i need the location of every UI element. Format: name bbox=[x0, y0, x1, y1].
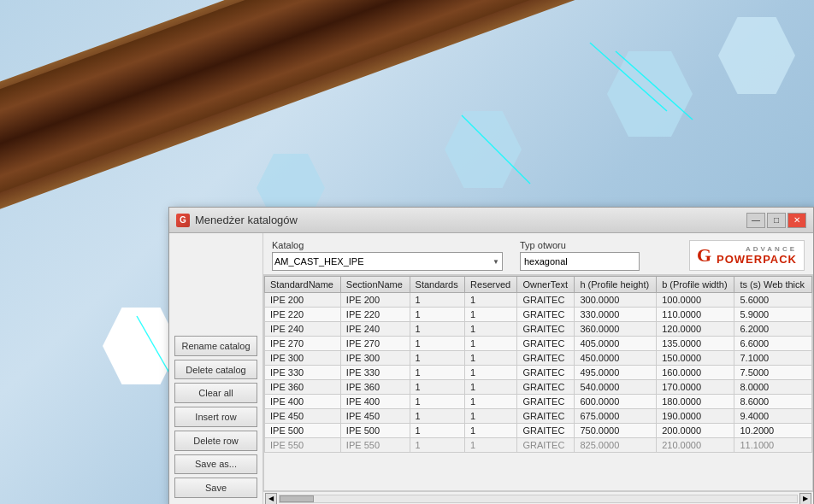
dialog-content: Rename catalog Delete catalog Clear all … bbox=[169, 233, 813, 504]
table-cell: GRAITEC bbox=[517, 308, 575, 322]
table-row[interactable]: IPE 360IPE 36011GRAITEC540.0000170.00008… bbox=[265, 380, 812, 395]
table-cell: IPE 200 bbox=[340, 293, 410, 308]
beam-web bbox=[0, 0, 689, 210]
hole-type-label: Typ otworu bbox=[520, 240, 640, 250]
rename-catalog-button[interactable]: Rename catalog bbox=[174, 336, 257, 356]
scroll-thumb[interactable] bbox=[280, 495, 314, 502]
clear-all-button[interactable]: Clear all bbox=[174, 383, 257, 403]
table-cell: IPE 500 bbox=[340, 424, 410, 438]
table-row[interactable]: IPE 400IPE 40011GRAITEC600.0000180.00008… bbox=[265, 395, 812, 409]
minimize-button[interactable]: — bbox=[746, 213, 765, 228]
table-cell: IPE 330 bbox=[265, 366, 341, 380]
hex-cutout-4 bbox=[607, 51, 693, 137]
table-cell: GRAITEC bbox=[517, 395, 575, 409]
table-cell: 8.6000 bbox=[734, 395, 812, 409]
table-cell: 10.2000 bbox=[734, 424, 812, 438]
g-logo: G bbox=[697, 244, 711, 267]
table-cell: GRAITEC bbox=[517, 293, 575, 308]
table-cell: IPE 400 bbox=[265, 395, 341, 409]
header-row: StandardName SectionName Standards Reser… bbox=[265, 277, 812, 293]
scroll-right-arrow[interactable]: ▶ bbox=[799, 493, 811, 505]
table-cell: 5.6000 bbox=[734, 293, 812, 308]
col-standards: Standards bbox=[410, 277, 465, 293]
table-cell: 8.0000 bbox=[734, 380, 812, 395]
table-cell: 750.0000 bbox=[575, 424, 657, 438]
hole-type-group: Typ otworu bbox=[520, 240, 640, 271]
save-as-button[interactable]: Save as... bbox=[174, 454, 257, 475]
table-row[interactable]: IPE 550IPE 55011GRAITEC825.0000210.00001… bbox=[265, 438, 812, 453]
table-body: IPE 200IPE 20011GRAITEC300.0000100.00005… bbox=[265, 293, 812, 453]
logo-area: G ADVANCE POWERPACK bbox=[689, 240, 805, 271]
col-web-thick: ts (s) Web thick bbox=[734, 277, 812, 293]
table-cell: 1 bbox=[410, 366, 465, 380]
catalog-select[interactable]: AM_CAST_HEX_IPE bbox=[272, 252, 503, 271]
table-row[interactable]: IPE 240IPE 24011GRAITEC360.0000120.00006… bbox=[265, 322, 812, 337]
table-row[interactable]: IPE 220IPE 22011GRAITEC330.0000110.00005… bbox=[265, 308, 812, 322]
table-cell: 210.0000 bbox=[657, 438, 734, 453]
left-panel: Rename catalog Delete catalog Clear all … bbox=[169, 233, 263, 504]
table-cell: GRAITEC bbox=[517, 337, 575, 351]
table-cell: 1 bbox=[465, 395, 517, 409]
scroll-left-arrow[interactable]: ◀ bbox=[265, 493, 277, 505]
form-row: Katalog AM_CAST_HEX_IPE Typ otworu bbox=[272, 240, 805, 271]
table-cell: IPE 270 bbox=[265, 337, 341, 351]
table-row[interactable]: IPE 450IPE 45011GRAITEC675.0000190.00009… bbox=[265, 409, 812, 424]
table-cell: 180.0000 bbox=[657, 395, 734, 409]
table-cell: 1 bbox=[465, 351, 517, 366]
col-section-name: SectionName bbox=[340, 277, 410, 293]
table-row[interactable]: IPE 330IPE 33011GRAITEC495.0000160.00007… bbox=[265, 366, 812, 380]
table-cell: 450.0000 bbox=[575, 351, 657, 366]
catalog-label: Katalog bbox=[272, 240, 503, 250]
table-cell: 1 bbox=[465, 438, 517, 453]
table-cell: 11.1000 bbox=[734, 438, 812, 453]
table-cell: 120.0000 bbox=[657, 322, 734, 337]
table-cell: 1 bbox=[465, 380, 517, 395]
scroll-track[interactable] bbox=[279, 495, 798, 503]
save-button[interactable]: Save bbox=[174, 478, 257, 498]
hex-cutout-5 bbox=[718, 17, 795, 94]
table-cell: 190.0000 bbox=[657, 409, 734, 424]
table-cell: 600.0000 bbox=[575, 395, 657, 409]
table-cell: IPE 270 bbox=[340, 337, 410, 351]
table-cell: 1 bbox=[410, 438, 465, 453]
data-table: StandardName SectionName Standards Reser… bbox=[264, 276, 812, 453]
table-cell: 405.0000 bbox=[575, 337, 657, 351]
table-cell: 5.9000 bbox=[734, 308, 812, 322]
form-area: Katalog AM_CAST_HEX_IPE Typ otworu bbox=[263, 233, 813, 275]
table-cell: 330.0000 bbox=[575, 308, 657, 322]
table-cell: IPE 550 bbox=[340, 438, 410, 453]
table-cell: 135.0000 bbox=[657, 337, 734, 351]
table-cell: IPE 240 bbox=[340, 322, 410, 337]
delete-row-button[interactable]: Delete row bbox=[174, 431, 257, 451]
table-cell: 1 bbox=[410, 424, 465, 438]
close-button[interactable]: ✕ bbox=[787, 213, 806, 228]
hole-type-input[interactable] bbox=[520, 252, 640, 271]
table-cell: IPE 220 bbox=[340, 308, 410, 322]
table-cell: 1 bbox=[410, 395, 465, 409]
table-cell: IPE 450 bbox=[265, 409, 341, 424]
title-bar: G Menedżer katalogów — □ ✕ bbox=[169, 208, 813, 233]
dialog-title: Menedżer katalogów bbox=[195, 214, 298, 226]
table-row[interactable]: IPE 300IPE 30011GRAITEC450.0000150.00007… bbox=[265, 351, 812, 366]
maximize-button[interactable]: □ bbox=[767, 213, 786, 228]
table-cell: 1 bbox=[465, 424, 517, 438]
table-row[interactable]: IPE 270IPE 27011GRAITEC405.0000135.00006… bbox=[265, 337, 812, 351]
table-row[interactable]: IPE 200IPE 20011GRAITEC300.0000100.00005… bbox=[265, 293, 812, 308]
delete-catalog-button[interactable]: Delete catalog bbox=[174, 360, 257, 380]
table-cell: 110.0000 bbox=[657, 308, 734, 322]
table-row[interactable]: IPE 500IPE 50011GRAITEC750.0000200.00001… bbox=[265, 424, 812, 438]
table-cell: IPE 300 bbox=[265, 351, 341, 366]
table-cell: 6.2000 bbox=[734, 322, 812, 337]
table-cell: IPE 360 bbox=[340, 380, 410, 395]
table-cell: 495.0000 bbox=[575, 366, 657, 380]
table-cell: GRAITEC bbox=[517, 380, 575, 395]
horizontal-scrollbar[interactable]: ◀ ▶ bbox=[263, 491, 813, 504]
table-container[interactable]: StandardName SectionName Standards Reser… bbox=[263, 275, 813, 491]
table-cell: IPE 240 bbox=[265, 322, 341, 337]
insert-row-button[interactable]: Insert row bbox=[174, 407, 257, 427]
table-cell: 1 bbox=[465, 337, 517, 351]
table-cell: GRAITEC bbox=[517, 424, 575, 438]
table-cell: 1 bbox=[410, 409, 465, 424]
col-owner-text: OwnerText bbox=[517, 277, 575, 293]
table-cell: GRAITEC bbox=[517, 351, 575, 366]
